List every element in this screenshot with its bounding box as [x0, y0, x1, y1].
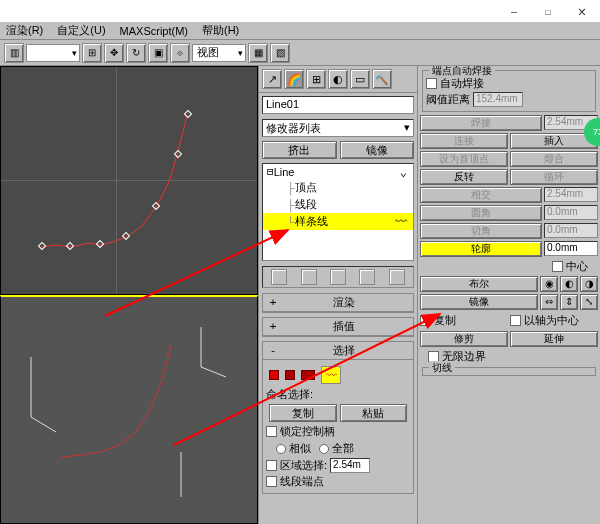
maximize-button[interactable]: ☐ — [532, 2, 564, 20]
lock-handles-check[interactable] — [266, 426, 277, 437]
threshold-spinner[interactable]: 152.4mm — [473, 92, 523, 107]
close-button[interactable]: ✕ — [566, 2, 598, 20]
menu-maxscript[interactable]: MAXScript(M) — [120, 25, 188, 37]
seg-end-label: 线段端点 — [280, 474, 324, 489]
bool-union-icon[interactable]: ◉ — [540, 276, 558, 292]
modifier-stack[interactable]: ⊟ Line ⌄ ├ 顶点 ├ 线段 └ 样条线〰 — [262, 163, 414, 261]
vertex-subobj-icon[interactable] — [269, 370, 279, 380]
copy-sel-button[interactable]: 复制 — [269, 404, 337, 422]
tool-align-icon[interactable]: ▥ — [4, 43, 24, 63]
stack-segment[interactable]: ├ 线段 — [263, 196, 413, 213]
command-panel-tabs: ↗ 🌈 ⊞ ◐ ▭ 🔨 — [259, 66, 417, 93]
rollout-render[interactable]: +渲染 — [262, 293, 414, 313]
unique-icon[interactable] — [330, 269, 346, 285]
trim-button[interactable]: 修剪 — [420, 331, 508, 347]
tool-link-icon[interactable]: ⟐ — [170, 43, 190, 63]
create-tab-icon[interactable]: ↗ — [262, 69, 282, 89]
mirror-h-icon[interactable]: ⇔ — [540, 294, 558, 310]
all-label: 全部 — [332, 441, 354, 456]
stack-line-root[interactable]: ⊟ Line ⌄ — [263, 164, 413, 179]
mirror-v-icon[interactable]: ⇕ — [560, 294, 578, 310]
seg-end-check[interactable] — [266, 476, 277, 487]
intersect-spinner[interactable]: 2.54mm — [544, 187, 598, 202]
threshold-label: 阈值距离 — [426, 92, 470, 107]
menu-render[interactable]: 渲染(R) — [6, 23, 43, 38]
mirror-b-icon[interactable]: ⤡ — [580, 294, 598, 310]
segment-subobj-icon[interactable] — [301, 370, 315, 380]
lock-handles-label: 锁定控制柄 — [280, 424, 335, 439]
bool-sub-icon[interactable]: ◐ — [560, 276, 578, 292]
display-tab-icon[interactable]: ▭ — [350, 69, 370, 89]
area-sel-check[interactable] — [266, 460, 277, 471]
visibility-icon[interactable]: ⌄ — [400, 165, 407, 179]
show-end-icon[interactable] — [301, 269, 317, 285]
minimize-button[interactable]: — — [498, 2, 530, 20]
spline-drawing — [1, 67, 257, 294]
tool-move-icon[interactable]: ✥ — [104, 43, 124, 63]
auto-weld-label: 自动焊接 — [440, 76, 484, 91]
remove-mod-icon[interactable] — [359, 269, 375, 285]
utilities-tab-icon[interactable]: 🔨 — [372, 69, 392, 89]
tool-axis-icon[interactable]: ⊞ — [82, 43, 102, 63]
mirror2-button[interactable]: 镜像 — [420, 294, 538, 310]
tangent-group: 切线 — [422, 367, 596, 376]
make-first-button[interactable]: 设为首顶点 — [420, 151, 508, 167]
spline-subobj-icon[interactable]: 〰 — [321, 366, 341, 384]
viewport-perspective[interactable] — [0, 295, 258, 525]
vertex2-subobj-icon[interactable] — [285, 370, 295, 380]
menu-help[interactable]: 帮助(H) — [202, 23, 239, 38]
extend-button[interactable]: 延伸 — [510, 331, 598, 347]
menu-customize[interactable]: 自定义(U) — [57, 23, 105, 38]
cycle-button[interactable]: 循环 — [510, 169, 598, 185]
stack-toolbar — [262, 266, 414, 288]
tool-scale-icon[interactable]: ▣ — [148, 43, 168, 63]
main-toolbar: ▥ ⊞ ✥ ↻ ▣ ⟐ 视图 ▦ ▧ — [0, 40, 600, 66]
intersect-button[interactable]: 相交 — [420, 187, 542, 203]
object-name-field[interactable]: Line01 — [262, 96, 414, 114]
motion-tab-icon[interactable]: ◐ — [328, 69, 348, 89]
fillet-spinner[interactable]: 0.0mm — [544, 205, 598, 220]
spline-perspective — [1, 297, 257, 524]
tool-snap-icon[interactable]: ▦ — [248, 43, 268, 63]
modify-tab-icon[interactable]: 🌈 — [284, 69, 304, 89]
subobject-icons: 〰 — [269, 366, 407, 384]
fuse-button[interactable]: 熔合 — [510, 151, 598, 167]
auto-weld-title: 端点自动焊接 — [429, 66, 495, 78]
configure-icon[interactable] — [389, 269, 405, 285]
geometry-rollout: 端点自动焊接 自动焊接 阈值距离 152.4mm 焊接2.54mm 连接插入 设… — [418, 66, 600, 524]
toolbar-combo-1[interactable] — [26, 44, 80, 62]
mirror-button[interactable]: 镜像 — [340, 141, 415, 159]
named-selections-label: 命名选择: — [266, 387, 410, 402]
outline-spinner[interactable]: 0.0mm — [544, 241, 598, 256]
modifier-list-combo[interactable]: 修改器列表 — [262, 119, 414, 137]
similar-label: 相似 — [289, 441, 311, 456]
fillet-button[interactable]: 圆角 — [420, 205, 542, 221]
stack-spline[interactable]: └ 样条线〰 — [263, 213, 413, 230]
boolean-button[interactable]: 布尔 — [420, 276, 538, 292]
about-axis-check[interactable] — [510, 315, 521, 326]
stack-vertex[interactable]: ├ 顶点 — [263, 179, 413, 196]
extrude-button[interactable]: 挤出 — [262, 141, 337, 159]
all-radio[interactable] — [319, 444, 329, 454]
copy2-check[interactable] — [420, 315, 431, 326]
hierarchy-tab-icon[interactable]: ⊞ — [306, 69, 326, 89]
tool-a-icon[interactable]: ▧ — [270, 43, 290, 63]
rollout-select[interactable]: -选择 〰 命名选择: 复制 粘贴 锁定控制柄 相似 全部 区域 — [262, 341, 414, 494]
pin-stack-icon[interactable] — [271, 269, 287, 285]
chamfer-spinner[interactable]: 0.0mm — [544, 223, 598, 238]
chamfer-button[interactable]: 切角 — [420, 223, 542, 239]
viewport-top[interactable] — [0, 66, 258, 295]
similar-radio[interactable] — [276, 444, 286, 454]
tool-rotate-icon[interactable]: ↻ — [126, 43, 146, 63]
paste-sel-button[interactable]: 粘贴 — [340, 404, 408, 422]
bool-int-icon[interactable]: ◑ — [580, 276, 598, 292]
outline-button[interactable]: 轮廓 — [420, 241, 542, 257]
weld-button[interactable]: 焊接 — [420, 115, 542, 131]
rollout-interpolate[interactable]: +插值 — [262, 317, 414, 337]
connect-button[interactable]: 连接 — [420, 133, 508, 149]
area-sel-spinner[interactable]: 2.54m — [330, 458, 370, 473]
center-check[interactable] — [552, 261, 563, 272]
view-combo[interactable]: 视图 — [192, 44, 246, 62]
reverse-button[interactable]: 反转 — [420, 169, 508, 185]
auto-weld-check[interactable] — [426, 78, 437, 89]
